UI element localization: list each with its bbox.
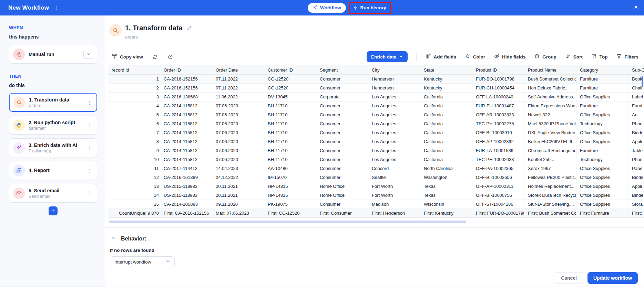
table-cell: Stora [628,200,644,208]
table-cell: Phon [628,119,644,128]
edit-title-pencil-icon[interactable] [186,25,192,31]
horizontal-scrollbar[interactable] [109,221,466,223]
column-header[interactable]: Order Date [212,65,264,74]
table-cell: CG-12520 [264,84,316,92]
table-cell: Los Angeles [368,146,420,155]
tab-run-history[interactable]: Run history [351,3,388,12]
add-step-button[interactable]: + [49,206,58,215]
table-cell: 07.11.2022 [212,84,264,92]
behavior-selected-option: Interrupt workflow [114,259,151,265]
table-cell: Office Supplies [576,182,628,191]
table-cell: 07.06.2020 [212,110,264,119]
column-header[interactable]: Segment [316,65,368,74]
table-row[interactable]: 9CA-2014-11581207.06.2020BH-11710Consume… [108,146,644,155]
cancel-button[interactable]: Cancel [554,272,584,284]
table-cell: CG-12520 [264,75,316,83]
sort-button[interactable]: Sort [565,53,583,60]
table-cell: TEC-PH-10002033 [472,155,524,164]
table-row[interactable]: 8CA-2014-11581207.06.2020BH-11710Consume… [108,137,644,146]
table-cell: California [420,110,472,119]
kebab-menu-icon[interactable]: ⋮ [87,145,93,151]
table-cell: Binde [628,173,644,182]
column-header[interactable]: record id [108,65,160,74]
step-subtitle: orders [29,103,69,108]
tab-workflow[interactable]: Workflow [308,3,346,13]
behavior-condition-label: If no rows are found [110,248,644,253]
table-cell: Consumer [316,75,368,83]
collapse-chevron-icon[interactable] [111,235,116,242]
kebab-menu-icon[interactable]: ⋮ [87,191,93,196]
table-row[interactable]: 11CA-2017-11441214.04.2023AA-10480Consum… [108,164,644,173]
table-row[interactable]: 3CA-2016-13868811.06.2022DV-13045Corpora… [108,93,644,101]
table-cell: Consumer [316,173,368,182]
table-cell: Los Angeles [368,119,420,128]
add-fields-button[interactable]: Add fields [425,53,456,60]
color-button[interactable]: Color [465,53,485,60]
workflow-step-card[interactable]: 3. Enrich data with AI7 column(s)⋮ [9,138,97,157]
group-button[interactable]: Group [534,53,556,60]
trigger-card-manual-run[interactable]: Manual run [9,45,97,64]
table-row[interactable]: 1CA-2016-15215607.11.2022CG-12520Consume… [108,75,644,84]
table-cell: 07.06.2020 [212,101,264,110]
table-cell: Furniture [576,75,628,83]
history-clock-icon[interactable] [167,54,173,60]
workflow-step-card[interactable]: 1. Transform dataorders⋮ [9,93,97,112]
table-row[interactable]: 10CA-2014-11581207.06.2020BH-11710Consum… [108,155,644,164]
column-header[interactable]: Category [576,65,628,74]
table-row[interactable]: 14US-2015-11898320.11.2021HP-14815Home O… [108,191,644,200]
filters-button[interactable]: Filters [616,53,638,60]
refresh-icon[interactable] [152,54,158,60]
table-cell: Office Supplies [576,173,628,182]
toolbar-action-label: Color [473,54,485,60]
column-header[interactable]: Product ID [472,65,524,74]
close-icon[interactable]: ✕ [634,4,638,10]
table-cell: 07.06.2020 [212,146,264,155]
table-cell: First: CA-2016-152156 [160,209,212,217]
kebab-menu-icon[interactable]: ⋮ [87,168,93,173]
vertical-scrollbar-thumb[interactable] [642,76,643,87]
column-header[interactable]: State [420,65,472,74]
behavior-select[interactable]: Interrupt workflow [110,256,175,267]
table-row[interactable]: 7CA-2014-11581207.06.2020BH-11710Consume… [108,128,644,137]
table-row[interactable]: 4CA-2014-11581207.06.2020BH-11710Consume… [108,101,644,110]
table-cell: Phon [628,155,644,164]
table-cell: 07.06.2020 [212,119,264,128]
top-button[interactable]: Top [591,53,608,60]
table-row[interactable]: 5CA-2014-11581207.06.2020BH-11710Consume… [108,110,644,119]
table-cell: BH-11710 [264,137,316,146]
workflow-step-card[interactable]: 5. Send emailSend email⋮ [9,184,97,203]
table-cell: Kentucky [420,84,472,92]
table-row[interactable]: 15CA-2014-10589309.11.2020PK-19075Consum… [108,200,644,209]
table-cell: Washington [420,173,472,182]
kebab-menu-icon[interactable]: ⋮ [87,122,93,128]
column-header[interactable]: Product Name [524,65,576,74]
column-header[interactable]: City [368,65,420,74]
enrich-data-button[interactable]: Enrich data [367,51,408,62]
column-header[interactable]: Sub-Ca [628,65,644,74]
hide-fields-button[interactable]: Hide fields [494,53,525,60]
page-subtitle: orders [125,34,192,40]
table-cell: Furniture [576,101,628,110]
table-row[interactable]: 2CA-2016-15215607.11.2022CG-12520Consume… [108,84,644,93]
copy-view-button[interactable]: Copy view [112,53,143,60]
table-row[interactable]: 12CA-2016-16138904.12.2022IM-15070Consum… [108,173,644,182]
kebab-menu-icon[interactable]: ⋮ [86,100,93,105]
table-cell: Office Supplies [576,191,628,200]
table-cell: California [420,137,472,146]
table-row[interactable]: 6CA-2014-11581207.06.2020BH-11710Consume… [108,119,644,128]
workflow-step-card[interactable]: 4. Report⋮ [9,161,97,180]
table-cell: CA-2014-115812 [160,119,212,128]
python-icon [13,119,25,131]
column-header[interactable]: Customer ID [264,65,316,74]
kebab-menu-icon[interactable]: ⋮ [54,5,59,10]
table-cell: PK-19075 [264,200,316,208]
table-row[interactable]: 13US-2015-11898320.11.2021HP-14815Home O… [108,182,644,191]
table-cell: BH-11710 [264,146,316,155]
workflow-step-card[interactable]: 2. Run python scriptparametr⋮ [9,116,97,135]
chevron-down-icon[interactable] [83,50,93,59]
table-header-row: record idOrder IDOrder DateCustomer IDSe… [108,65,644,75]
column-header[interactable]: Order ID [160,65,212,74]
table-cell: Corporate [316,93,368,101]
table-cell: Concord [368,164,420,173]
update-workflow-button[interactable]: Update workflow [587,272,638,284]
